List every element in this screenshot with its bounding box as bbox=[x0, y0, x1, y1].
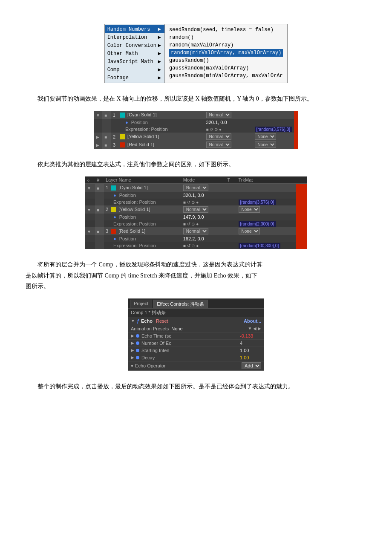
position-label: Position bbox=[119, 236, 136, 241]
echo-time-dot bbox=[136, 334, 139, 338]
mode-select[interactable]: Normal bbox=[206, 142, 231, 148]
paragraph-2: 依此类推为其他的层建立表达式，注意他们参数之间的区别，如下图所示。 bbox=[26, 159, 366, 170]
expand-icon[interactable]: ▶ bbox=[96, 135, 99, 139]
expand-icon[interactable]: ▶ bbox=[131, 333, 134, 338]
expand-icon[interactable]: ▶ bbox=[131, 348, 134, 353]
mode-select[interactable]: Normal bbox=[183, 228, 208, 234]
expr-icons: ■ ↺ ⊙ ● bbox=[183, 243, 199, 248]
menu-right-item-2[interactable]: random(maxValOrArray) bbox=[169, 41, 283, 49]
menu-right-item-1[interactable]: random() bbox=[169, 34, 283, 41]
echo-decay-row: ▶ Decay 1.00 bbox=[128, 354, 264, 361]
layer-color-yellow bbox=[120, 134, 125, 139]
expand-icon[interactable]: ▶ bbox=[131, 355, 134, 360]
position-value: 320.1, 0.0 bbox=[206, 120, 227, 125]
visibility-icon[interactable]: ■ bbox=[97, 229, 99, 234]
none-select[interactable]: None bbox=[255, 142, 276, 148]
position-label: Position bbox=[119, 214, 136, 220]
echo-number-label: Number Of Ec bbox=[141, 341, 240, 346]
echo-panel: Project Effect Controls: 抖动条 Comp 1 * 抖动… bbox=[128, 298, 264, 371]
reset-button[interactable]: Reset bbox=[156, 318, 168, 324]
echo-decay-value[interactable]: 1.00 bbox=[240, 355, 261, 360]
position-value: 320.1, 0.0 bbox=[183, 193, 204, 198]
echo-operator-select[interactable]: Add bbox=[242, 362, 261, 369]
anim-presets-arrows[interactable]: ▼ ◀ ▶ bbox=[248, 326, 261, 331]
table-row: ▼ ■ 2 [Yellow Solid 1] Normal None bbox=[85, 205, 307, 214]
echo-intensity-label: Starting Inten bbox=[141, 348, 240, 353]
arrow-icon: ▶ bbox=[158, 58, 161, 65]
menu-right-item-6[interactable]: gaussRandom(minValOrArray, maxValOrAr bbox=[169, 72, 283, 80]
echo-tab-bar: Project Effect Controls: 抖动条 bbox=[128, 299, 264, 309]
col-layer-name: Layer Name bbox=[104, 176, 182, 184]
echo-decay-label: Decay bbox=[141, 355, 240, 360]
mode-select[interactable]: Normal bbox=[183, 185, 208, 191]
mode-select[interactable]: Normal bbox=[183, 206, 208, 213]
table-row: ● Position 147.9, 0.0 bbox=[85, 214, 307, 220]
menu-item-color-conversion[interactable]: Color Conversion ▶ bbox=[105, 41, 164, 49]
layer-color-red bbox=[120, 142, 125, 147]
arrow-icon: ▶ bbox=[158, 26, 161, 32]
menu-right-item-0[interactable]: seedRandom(seed, timeless = false) bbox=[169, 26, 283, 34]
paragraph-4: 整个的制作完成，点击播放，最后的动态效果如如下图所示。是不是已经体会到了表达式的… bbox=[26, 381, 366, 392]
anim-presets-value: None bbox=[171, 326, 248, 331]
echo-intensity-dot bbox=[136, 349, 139, 352]
expression-value: [random(100,300),0] bbox=[239, 243, 281, 249]
arrow-icon: ▶ bbox=[158, 34, 161, 40]
echo-screenshot-wrap: Project Effect Controls: 抖动条 Comp 1 * 抖动… bbox=[26, 298, 366, 371]
layer-name: [Cyan Solid 1] bbox=[118, 185, 147, 190]
none-select[interactable]: None bbox=[255, 133, 276, 140]
expression-label: Expression: Position bbox=[125, 127, 168, 132]
expand-icon[interactable]: ▼ bbox=[87, 186, 91, 191]
col-trkmat: TrkMat bbox=[237, 176, 296, 184]
expand-icon[interactable]: ▶ bbox=[96, 143, 99, 147]
layer-name: [Cyan Solid 1] bbox=[127, 112, 156, 117]
tab-project[interactable]: Project bbox=[130, 300, 152, 308]
none-select[interactable]: None bbox=[239, 206, 260, 213]
echo-operator-label: Echo Operator bbox=[135, 363, 242, 368]
table-row: ▼ ■ 3 [Red Solid 1] Normal None bbox=[85, 227, 307, 235]
mode-select[interactable]: Normal bbox=[206, 133, 231, 140]
visibility-icon[interactable]: ■ bbox=[104, 143, 107, 147]
dot-icon: ● bbox=[131, 363, 133, 368]
visibility-icon[interactable]: ■ bbox=[104, 135, 107, 139]
menu-right-item-3[interactable]: random(minValOrArray, maxValOrArray) bbox=[169, 49, 283, 57]
menu-item-comp[interactable]: Comp ▶ bbox=[105, 66, 164, 74]
arrow-icon: ▶ bbox=[158, 50, 161, 57]
expand-icon[interactable]: ▼ bbox=[96, 113, 100, 118]
about-button[interactable]: About... bbox=[244, 318, 261, 324]
expression-value: [random(3,576),0] bbox=[255, 127, 292, 132]
menu-item-other-math[interactable]: Other Math ▶ bbox=[105, 49, 164, 58]
menu-item-interpolation[interactable]: Interpolation ▶ bbox=[105, 33, 164, 41]
mode-select[interactable]: Normal bbox=[206, 112, 231, 118]
table-row: ● Position 162.2, 0.0 bbox=[85, 235, 307, 242]
layer-num: 1 bbox=[106, 185, 108, 190]
table-row: ● Position 320.1, 0.0 bbox=[85, 192, 307, 199]
expand-icon[interactable]: ▼ bbox=[131, 318, 135, 323]
echo-section-header: ▼ ƒ Echo Reset About... bbox=[128, 317, 264, 325]
layer-name: [Yellow Solid 1] bbox=[127, 134, 159, 139]
expand-icon[interactable]: ▼ bbox=[87, 229, 91, 234]
echo-intensity-value[interactable]: 1.00 bbox=[240, 348, 261, 353]
timeline1-wrap: ▼ ■ 1 [Cyan Solid 1] Normal bbox=[26, 111, 366, 149]
echo-time-label: Echo Time (se bbox=[141, 333, 240, 338]
layer-name: [Yellow Solid 1] bbox=[118, 207, 150, 212]
visibility-icon[interactable]: ■ bbox=[97, 186, 99, 191]
visibility-icon[interactable]: ■ bbox=[97, 208, 99, 212]
menu-right-item-4[interactable]: gaussRandom() bbox=[169, 57, 283, 64]
echo-time-value[interactable]: -0.133 bbox=[240, 333, 261, 338]
expression-label: Expression: Position bbox=[113, 199, 156, 205]
tab-effect-controls[interactable]: Effect Controls: 抖动条 bbox=[153, 300, 208, 308]
table-row: ▶ ■ 3 [Red Solid 1] Normal None bbox=[94, 141, 298, 149]
menu-screenshot: Random Numbers ▶ Interpolation ▶ Color C… bbox=[104, 24, 288, 83]
timeline2-wrap: ⬦ # Layer Name Mode T TrkMat ▼ ■ 1 [Cyan… bbox=[26, 176, 366, 249]
menu-item-footage[interactable]: Footage ▶ bbox=[105, 74, 164, 82]
menu-right-item-5[interactable]: gaussRandom(maxValOrArray) bbox=[169, 64, 283, 72]
menu-item-javascript-math[interactable]: JavaScript Math ▶ bbox=[105, 58, 164, 66]
menu-item-random-numbers[interactable]: Random Numbers ▶ bbox=[105, 25, 164, 33]
echo-intensity-row: ▶ Starting Inten 1.00 bbox=[128, 347, 264, 354]
expand-icon[interactable]: ▼ bbox=[87, 208, 91, 212]
echo-number-value[interactable]: 4 bbox=[240, 341, 261, 346]
expand-icon[interactable]: ▶ bbox=[131, 341, 134, 345]
visibility-icon[interactable]: ■ bbox=[104, 113, 107, 118]
table-row: ▼ ■ 1 [Cyan Solid 1] Normal bbox=[94, 111, 298, 119]
none-select[interactable]: None bbox=[239, 228, 260, 234]
